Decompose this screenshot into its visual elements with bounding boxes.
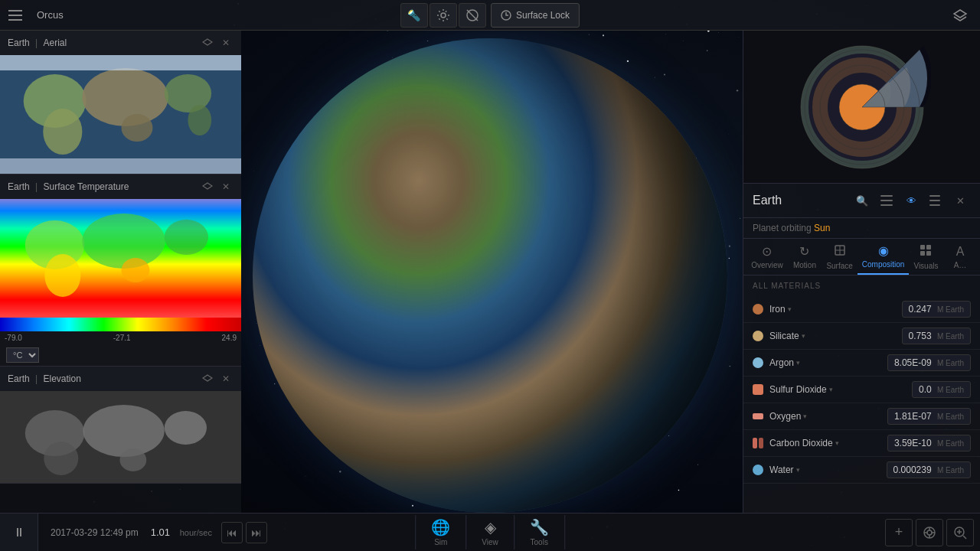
speed-unit: hour/sec [180, 528, 212, 537]
navigate-button[interactable] [916, 519, 943, 546]
svg-marker-8 [203, 39, 212, 45]
no-signal-button[interactable] [459, 3, 486, 28]
sim-tool-label: Sim [434, 538, 447, 546]
list-action-btn[interactable] [876, 190, 897, 211]
svg-rect-0 [8, 10, 22, 11]
temp-close-btn[interactable]: ✕ [218, 179, 234, 194]
toolbar-center: 🔦 Surface Lock [400, 3, 580, 28]
silicate-unit: M Earth [937, 332, 964, 341]
torch-button[interactable]: 🔦 [400, 3, 428, 28]
temperature-unit-selector: °C °F K [0, 344, 241, 366]
tab-visuals[interactable]: Visuals [909, 240, 943, 275]
tools-tool[interactable]: 🔧 Tools [514, 515, 565, 549]
sun-link[interactable]: Sun [814, 223, 830, 233]
grid-action-btn[interactable] [925, 190, 946, 211]
bottom-right-tools: + [885, 519, 974, 546]
temp-unit-dropdown[interactable]: °C °F K [6, 347, 39, 363]
oxygen-dot [753, 413, 763, 419]
water-chevron[interactable]: ▾ [796, 466, 800, 474]
argon-value: 8.05E-09 M Earth [887, 354, 971, 371]
svg-point-21 [44, 254, 80, 297]
iron-chevron[interactable]: ▾ [788, 305, 792, 313]
temp-layers-btn[interactable] [200, 179, 215, 194]
skip-buttons: ⏮ ⏭ [221, 522, 267, 543]
elevation-map-image [0, 391, 241, 483]
svg-rect-17 [0, 158, 241, 174]
material-row-oxygen: Oxygen ▾ 1.81E-07 M Earth [743, 403, 980, 430]
left-panel: Earth | Aerial ✕ [0, 31, 241, 513]
sim-tool[interactable]: 🌐 Sim [415, 515, 466, 549]
argon-chevron[interactable]: ▾ [796, 359, 800, 367]
svg-rect-45 [929, 195, 940, 197]
co2-chevron[interactable]: ▾ [835, 439, 839, 447]
top-toolbar: Orcus 🔦 Surface Lock [0, 0, 980, 31]
svg-point-3 [441, 13, 446, 18]
settings-button[interactable] [430, 3, 457, 28]
temperature-title: Earth | Surface Temperature [8, 181, 200, 192]
svg-point-29 [83, 405, 164, 457]
zoom-button[interactable] [946, 519, 974, 546]
svg-rect-54 [926, 251, 931, 256]
oxygen-chevron[interactable]: ▾ [803, 412, 807, 420]
elev-type: Elevation [43, 373, 80, 384]
tab-overview-label: Overview [751, 261, 783, 269]
svg-rect-42 [880, 195, 893, 197]
svg-marker-18 [203, 183, 212, 189]
svg-rect-43 [880, 200, 893, 201]
cross-section-viz [793, 38, 931, 176]
skip-forward-button[interactable]: ⏭ [246, 522, 267, 543]
tab-overview[interactable]: ⊙ Overview [746, 240, 788, 274]
surface-icon [834, 244, 846, 259]
argon-name: Argon ▾ [769, 357, 881, 368]
water-value: 0.000239 M Earth [887, 461, 971, 478]
aerial-layers-btn[interactable] [200, 35, 215, 51]
tab-motion[interactable]: ↻ Motion [788, 240, 822, 274]
sim-tool-icon: 🌐 [431, 518, 450, 536]
argon-unit: M Earth [937, 359, 964, 367]
planet-cross-section [743, 31, 980, 184]
svg-point-22 [82, 214, 165, 269]
silicate-chevron[interactable]: ▾ [802, 332, 805, 340]
svg-point-11 [43, 109, 82, 155]
material-row-water: Water ▾ 0.000239 M Earth [743, 457, 980, 484]
tools-tool-icon: 🔧 [530, 518, 549, 536]
tab-motion-label: Motion [793, 261, 816, 269]
eye-action-btn[interactable]: 👁 [900, 190, 922, 211]
svg-rect-51 [920, 245, 925, 249]
aerial-section: Earth | Aerial ✕ [0, 31, 241, 174]
layers-button[interactable] [946, 3, 974, 28]
svg-point-23 [122, 258, 150, 282]
planet-subtitle: Planet orbiting Sun [743, 218, 980, 239]
temp-max: 24.9 [222, 334, 237, 342]
temperature-header: Earth | Surface Temperature ✕ [0, 174, 241, 199]
pause-button[interactable]: ⏸ [0, 514, 38, 552]
composition-icon: ◉ [878, 243, 889, 258]
tab-more[interactable]: A A… [943, 240, 977, 274]
search-action-btn[interactable]: 🔍 [851, 190, 873, 211]
close-action-btn[interactable]: ✕ [949, 190, 971, 211]
material-row-carbon-dioxide: Carbon Dioxide ▾ 3.59E-10 M Earth [743, 430, 980, 457]
earth-planet [253, 38, 727, 513]
elev-close-btn[interactable]: ✕ [218, 371, 234, 386]
aerial-close-btn[interactable]: ✕ [218, 35, 234, 51]
tab-composition[interactable]: ◉ Composition [858, 239, 909, 275]
add-button[interactable]: + [885, 519, 913, 546]
iron-unit: M Earth [937, 305, 964, 314]
sulfur-dioxide-value: 0.0 M Earth [912, 381, 971, 398]
tab-surface[interactable]: Surface [822, 240, 858, 275]
temperature-section: Earth | Surface Temperature ✕ [0, 174, 241, 367]
water-dot [753, 465, 763, 475]
temperature-gradient-bar [0, 318, 241, 331]
iron-value: 0.247 M Earth [902, 301, 971, 318]
temp-min: -79.0 [5, 334, 22, 342]
skip-back-button[interactable]: ⏮ [221, 522, 243, 543]
elev-planet: Earth [8, 373, 30, 384]
menu-button[interactable] [0, 0, 31, 31]
surface-lock-button[interactable]: Surface Lock [491, 3, 580, 28]
svg-point-24 [165, 220, 208, 255]
subtitle-text: Planet orbiting [753, 223, 812, 233]
view-tool[interactable]: ◈ View [466, 515, 514, 549]
so2-chevron[interactable]: ▾ [829, 386, 833, 393]
elev-layers-btn[interactable] [200, 371, 215, 386]
elevation-section: Earth | Elevation ✕ [0, 367, 241, 484]
